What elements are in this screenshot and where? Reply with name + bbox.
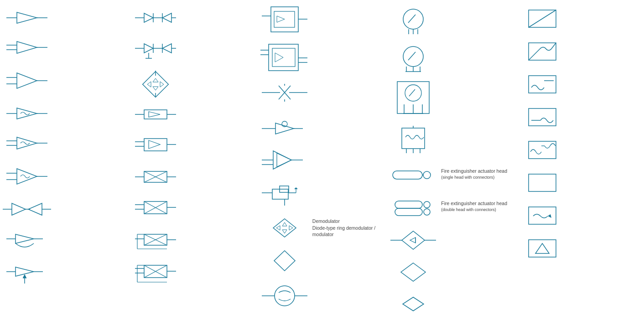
magamp2lines-symbol — [2, 134, 52, 157]
svg-marker-174 — [403, 297, 424, 311]
postransmitterdesynn-symbol — [388, 79, 438, 118]
svg-marker-131 — [282, 230, 287, 233]
rep2way1line-row — [129, 162, 257, 194]
posindinductor-symbol — [388, 42, 438, 74]
ampdc-symbol — [2, 262, 52, 284]
svg-rect-186 — [529, 174, 556, 191]
postransmitterdesynn-row — [386, 77, 515, 121]
bridgerect-icon — [133, 68, 178, 96]
svg-marker-168 — [402, 231, 425, 249]
ampbypass-row — [0, 225, 129, 257]
gyro-symbol — [260, 247, 310, 274]
phaseshift3wire-row — [258, 141, 386, 176]
rectinverter-row — [515, 133, 644, 166]
controlledrect-symbol — [130, 38, 181, 61]
magamp1line-icon — [4, 104, 50, 123]
phaseshift3wire-symbol — [260, 144, 310, 174]
heatsourcecomb-symbol — [517, 234, 567, 262]
svg-rect-123 — [272, 189, 288, 199]
magamp2inputs-row — [0, 161, 129, 193]
svg-marker-97 — [277, 16, 285, 22]
svg-line-179 — [551, 43, 556, 49]
svg-marker-43 — [144, 44, 153, 53]
svg-rect-161 — [393, 171, 422, 179]
rep1way1line-row — [129, 98, 257, 130]
svg-marker-25 — [28, 203, 42, 215]
magamp2inputs-symbol — [2, 165, 52, 190]
fireexthead1-symbol — [388, 162, 438, 187]
negimpedance-row — [0, 193, 129, 225]
phaseshift3wire-icon — [260, 144, 310, 174]
svg-marker-190 — [535, 243, 549, 253]
svg-marker-52 — [153, 78, 158, 82]
svg-point-166 — [424, 201, 430, 208]
svg-rect-177 — [529, 43, 556, 60]
rectbridge-symbol — [388, 227, 438, 252]
svg-marker-102 — [275, 53, 283, 62]
proxsensor-symbol — [388, 258, 438, 284]
svg-marker-31 — [16, 267, 34, 276]
gyro-row — [258, 244, 386, 277]
svg-line-178 — [529, 49, 540, 60]
phaseshiftgyro-icon — [260, 280, 310, 309]
amp1line-symbol — [2, 9, 52, 27]
svg-marker-60 — [149, 112, 160, 117]
posindinductor-icon — [388, 42, 438, 74]
svg-marker-20 — [17, 169, 37, 184]
svg-marker-36 — [144, 13, 153, 22]
rectifier2-icon — [519, 70, 565, 98]
rep2waybypass1-row — [129, 226, 257, 258]
postransmitterind-symbol — [388, 124, 438, 155]
rep2way2lines-row — [129, 194, 257, 226]
phaseshiftgen-icon — [260, 111, 310, 139]
rep2waybypass2-row — [129, 258, 257, 290]
demodulator-row: Demodulator Diode-type ring demodulator … — [258, 211, 386, 244]
svg-line-139 — [408, 15, 415, 23]
svg-marker-127 — [294, 187, 298, 189]
inverter-symbol — [517, 103, 567, 130]
rep1way2lines-row — [129, 130, 257, 162]
svg-marker-55 — [160, 82, 164, 87]
chopper-row — [258, 176, 386, 211]
postransmitterdesynn-icon — [388, 79, 438, 118]
svg-rect-164 — [395, 201, 422, 208]
svg-marker-120 — [277, 153, 291, 167]
rectbridge-icon — [388, 227, 438, 252]
svg-marker-53 — [153, 87, 158, 90]
amp2inputs-icon — [4, 69, 50, 94]
svg-line-176 — [529, 10, 556, 27]
svg-marker-114 — [275, 123, 294, 134]
rep4wire4lines-symbol — [260, 42, 310, 74]
rep4wire1line-symbol — [260, 5, 310, 36]
negimpedance-symbol — [2, 197, 52, 222]
rectifier2-row — [515, 67, 644, 100]
rep2way1line-icon — [133, 167, 178, 190]
svg-marker-188 — [548, 214, 551, 218]
fireexthead1-icon — [388, 162, 438, 187]
ampbypass-icon — [4, 229, 50, 254]
touchsensor-row — [386, 287, 515, 319]
proxsensor-row — [386, 255, 515, 287]
magamp2inputs-icon — [4, 165, 50, 190]
rep2way2lines-icon — [133, 198, 178, 223]
heatsourcegen-row — [515, 166, 644, 199]
rep1way2lines-icon — [133, 135, 178, 158]
networklv-row — [258, 77, 386, 108]
dcconverter-icon — [519, 37, 565, 65]
rep1way2lines-symbol — [130, 135, 181, 158]
postransmitterind-row — [386, 121, 515, 158]
svg-marker-12 — [17, 108, 37, 119]
svg-marker-47 — [162, 44, 171, 53]
rep2way1line-symbol — [130, 167, 181, 190]
controlledrect-row — [129, 34, 257, 66]
rectinverter-symbol — [517, 136, 567, 163]
svg-rect-180 — [529, 76, 556, 93]
bridgerect-row — [129, 66, 257, 98]
rectinverter-icon — [519, 136, 565, 163]
ampdc-icon — [4, 262, 50, 284]
posindinductor-row — [386, 39, 515, 77]
svg-point-162 — [423, 171, 431, 179]
demodulator-label: Demodulator Diode-type ring demodulator … — [312, 218, 384, 238]
convertergen-symbol — [517, 5, 567, 32]
heatsourcerad-symbol — [517, 201, 567, 229]
